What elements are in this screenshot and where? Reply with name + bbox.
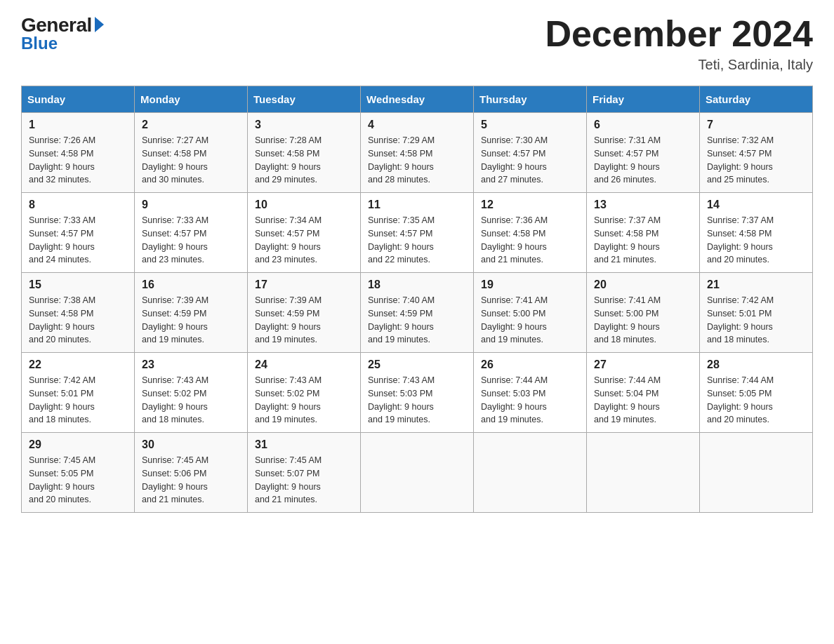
location-subtitle: Teti, Sardinia, Italy (545, 57, 813, 73)
logo-blue-text: Blue (21, 34, 58, 53)
day-info: Sunrise: 7:38 AMSunset: 4:58 PMDaylight:… (29, 294, 127, 347)
day-info: Sunrise: 7:35 AMSunset: 4:57 PMDaylight:… (368, 214, 466, 267)
day-info: Sunrise: 7:36 AMSunset: 4:58 PMDaylight:… (481, 214, 579, 267)
day-of-week-header: Monday (135, 86, 248, 113)
calendar-cell: 6Sunrise: 7:31 AMSunset: 4:57 PMDaylight… (587, 113, 700, 193)
day-number: 23 (142, 358, 240, 371)
calendar-cell: 28Sunrise: 7:44 AMSunset: 5:05 PMDayligh… (700, 353, 813, 433)
day-of-week-header: Tuesday (248, 86, 361, 113)
calendar-cell: 18Sunrise: 7:40 AMSunset: 4:59 PMDayligh… (361, 273, 474, 353)
day-info: Sunrise: 7:41 AMSunset: 5:00 PMDaylight:… (481, 294, 579, 347)
day-info: Sunrise: 7:28 AMSunset: 4:58 PMDaylight:… (255, 134, 353, 187)
calendar-cell: 25Sunrise: 7:43 AMSunset: 5:03 PMDayligh… (361, 353, 474, 433)
calendar-cell: 23Sunrise: 7:43 AMSunset: 5:02 PMDayligh… (135, 353, 248, 433)
calendar-cell: 7Sunrise: 7:32 AMSunset: 4:57 PMDaylight… (700, 113, 813, 193)
calendar-cell: 15Sunrise: 7:38 AMSunset: 4:58 PMDayligh… (22, 273, 135, 353)
calendar-cell (587, 433, 700, 513)
calendar-cell (474, 433, 587, 513)
calendar-cell (700, 433, 813, 513)
day-info: Sunrise: 7:42 AMSunset: 5:01 PMDaylight:… (707, 294, 805, 347)
calendar-cell: 29Sunrise: 7:45 AMSunset: 5:05 PMDayligh… (22, 433, 135, 513)
day-number: 30 (142, 438, 240, 451)
day-info: Sunrise: 7:41 AMSunset: 5:00 PMDaylight:… (594, 294, 692, 347)
day-number: 25 (368, 358, 466, 371)
calendar-cell: 19Sunrise: 7:41 AMSunset: 5:00 PMDayligh… (474, 273, 587, 353)
calendar-cell: 3Sunrise: 7:28 AMSunset: 4:58 PMDaylight… (248, 113, 361, 193)
day-info: Sunrise: 7:29 AMSunset: 4:58 PMDaylight:… (368, 134, 466, 187)
day-info: Sunrise: 7:33 AMSunset: 4:57 PMDaylight:… (142, 214, 240, 267)
calendar-cell: 20Sunrise: 7:41 AMSunset: 5:00 PMDayligh… (587, 273, 700, 353)
day-info: Sunrise: 7:44 AMSunset: 5:05 PMDaylight:… (707, 374, 805, 427)
calendar-cell: 2Sunrise: 7:27 AMSunset: 4:58 PMDaylight… (135, 113, 248, 193)
day-info: Sunrise: 7:42 AMSunset: 5:01 PMDaylight:… (29, 374, 127, 427)
day-info: Sunrise: 7:39 AMSunset: 4:59 PMDaylight:… (255, 294, 353, 347)
day-info: Sunrise: 7:34 AMSunset: 4:57 PMDaylight:… (255, 214, 353, 267)
day-number: 2 (142, 119, 240, 131)
calendar-week-row: 22Sunrise: 7:42 AMSunset: 5:01 PMDayligh… (22, 353, 813, 433)
day-number: 31 (255, 438, 353, 451)
day-number: 24 (255, 358, 353, 371)
day-number: 12 (481, 199, 579, 211)
day-info: Sunrise: 7:26 AMSunset: 4:58 PMDaylight:… (29, 134, 127, 187)
day-number: 8 (29, 199, 127, 211)
day-info: Sunrise: 7:40 AMSunset: 4:59 PMDaylight:… (368, 294, 466, 347)
day-info: Sunrise: 7:32 AMSunset: 4:57 PMDaylight:… (707, 134, 805, 187)
day-info: Sunrise: 7:43 AMSunset: 5:02 PMDaylight:… (142, 374, 240, 427)
day-info: Sunrise: 7:31 AMSunset: 4:57 PMDaylight:… (594, 134, 692, 187)
calendar-cell: 31Sunrise: 7:45 AMSunset: 5:07 PMDayligh… (248, 433, 361, 513)
calendar-cell: 24Sunrise: 7:43 AMSunset: 5:02 PMDayligh… (248, 353, 361, 433)
calendar-cell: 11Sunrise: 7:35 AMSunset: 4:57 PMDayligh… (361, 193, 474, 273)
page-header: General Blue December 2024 Teti, Sardini… (21, 14, 813, 73)
calendar-header-row: SundayMondayTuesdayWednesdayThursdayFrid… (22, 86, 813, 113)
calendar-cell: 12Sunrise: 7:36 AMSunset: 4:58 PMDayligh… (474, 193, 587, 273)
calendar-cell: 22Sunrise: 7:42 AMSunset: 5:01 PMDayligh… (22, 353, 135, 433)
calendar-cell: 10Sunrise: 7:34 AMSunset: 4:57 PMDayligh… (248, 193, 361, 273)
header-right: December 2024 Teti, Sardinia, Italy (545, 14, 813, 73)
calendar-cell: 26Sunrise: 7:44 AMSunset: 5:03 PMDayligh… (474, 353, 587, 433)
day-number: 15 (29, 279, 127, 291)
calendar-week-row: 8Sunrise: 7:33 AMSunset: 4:57 PMDaylight… (22, 193, 813, 273)
day-number: 9 (142, 199, 240, 211)
day-number: 21 (707, 279, 805, 291)
day-number: 20 (594, 279, 692, 291)
day-of-week-header: Sunday (22, 86, 135, 113)
calendar-cell: 27Sunrise: 7:44 AMSunset: 5:04 PMDayligh… (587, 353, 700, 433)
calendar-cell: 8Sunrise: 7:33 AMSunset: 4:57 PMDaylight… (22, 193, 135, 273)
day-number: 6 (594, 119, 692, 131)
calendar-cell: 9Sunrise: 7:33 AMSunset: 4:57 PMDaylight… (135, 193, 248, 273)
calendar-cell: 4Sunrise: 7:29 AMSunset: 4:58 PMDaylight… (361, 113, 474, 193)
day-info: Sunrise: 7:45 AMSunset: 5:05 PMDaylight:… (29, 454, 127, 507)
day-number: 28 (707, 358, 805, 371)
calendar-cell: 30Sunrise: 7:45 AMSunset: 5:06 PMDayligh… (135, 433, 248, 513)
day-info: Sunrise: 7:43 AMSunset: 5:02 PMDaylight:… (255, 374, 353, 427)
day-number: 18 (368, 279, 466, 291)
day-number: 16 (142, 279, 240, 291)
day-info: Sunrise: 7:27 AMSunset: 4:58 PMDaylight:… (142, 134, 240, 187)
day-number: 11 (368, 199, 466, 211)
day-number: 17 (255, 279, 353, 291)
day-number: 4 (368, 119, 466, 131)
day-info: Sunrise: 7:39 AMSunset: 4:59 PMDaylight:… (142, 294, 240, 347)
day-number: 3 (255, 119, 353, 131)
calendar-week-row: 1Sunrise: 7:26 AMSunset: 4:58 PMDaylight… (22, 113, 813, 193)
day-info: Sunrise: 7:44 AMSunset: 5:03 PMDaylight:… (481, 374, 579, 427)
day-info: Sunrise: 7:44 AMSunset: 5:04 PMDaylight:… (594, 374, 692, 427)
calendar-cell (361, 433, 474, 513)
day-info: Sunrise: 7:45 AMSunset: 5:06 PMDaylight:… (142, 454, 240, 507)
day-number: 5 (481, 119, 579, 131)
day-number: 10 (255, 199, 353, 211)
calendar-table: SundayMondayTuesdayWednesdayThursdayFrid… (21, 86, 813, 513)
calendar-week-row: 15Sunrise: 7:38 AMSunset: 4:58 PMDayligh… (22, 273, 813, 353)
logo: General Blue (21, 14, 104, 53)
day-info: Sunrise: 7:43 AMSunset: 5:03 PMDaylight:… (368, 374, 466, 427)
calendar-cell: 14Sunrise: 7:37 AMSunset: 4:58 PMDayligh… (700, 193, 813, 273)
day-number: 19 (481, 279, 579, 291)
day-number: 29 (29, 438, 127, 451)
day-info: Sunrise: 7:37 AMSunset: 4:58 PMDaylight:… (594, 214, 692, 267)
day-number: 22 (29, 358, 127, 371)
day-of-week-header: Saturday (700, 86, 813, 113)
calendar-cell: 5Sunrise: 7:30 AMSunset: 4:57 PMDaylight… (474, 113, 587, 193)
calendar-cell: 1Sunrise: 7:26 AMSunset: 4:58 PMDaylight… (22, 113, 135, 193)
day-of-week-header: Friday (587, 86, 700, 113)
calendar-cell: 17Sunrise: 7:39 AMSunset: 4:59 PMDayligh… (248, 273, 361, 353)
